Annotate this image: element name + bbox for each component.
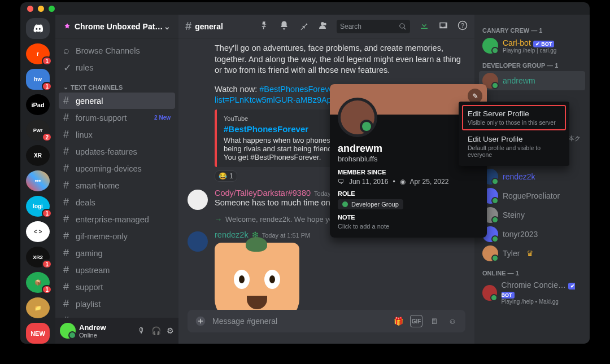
channel-item[interactable]: #upstream <box>59 262 175 278</box>
member-group-label: CANARY CREW — 1 <box>479 20 585 36</box>
channel-item[interactable]: #upcoming-devices <box>59 160 175 177</box>
note-input[interactable]: Click to add a note <box>338 223 479 230</box>
deafen-icon[interactable]: 🎧 <box>151 326 161 335</box>
channel-mention[interactable]: #BestPhonesForever <box>259 85 336 94</box>
message: rendez2k❇Today at 1:51 PM <box>215 230 465 310</box>
section-label: MEMBER SINCE <box>338 169 479 176</box>
member-row[interactable]: andrewm <box>479 71 585 90</box>
avatar <box>482 38 498 54</box>
member-list: CANARY CREW — 1 Carl-bot✔ BOT Playing /h… <box>474 15 590 344</box>
member-row[interactable]: tonyr2023 <box>479 225 585 244</box>
channel-item[interactable]: #support <box>59 279 175 295</box>
pin-icon[interactable] <box>298 20 308 32</box>
close-icon[interactable] <box>27 6 33 12</box>
emoji-picker-icon[interactable]: ☺ <box>446 315 459 327</box>
gift-icon[interactable]: 🎁 <box>392 315 404 327</box>
notification-bell-icon[interactable] <box>279 20 289 32</box>
settings-gear-icon[interactable]: ⚙ <box>167 326 174 335</box>
inbox-download-icon[interactable] <box>419 20 429 32</box>
discord-home[interactable] <box>26 18 50 39</box>
mute-icon[interactable]: 🎙 <box>138 326 146 335</box>
guild-item[interactable]: 📁 <box>26 297 50 318</box>
guild-item[interactable]: < > <box>26 221 50 242</box>
menu-item-edit-user-profile[interactable]: Edit User Profile Default profile and vi… <box>462 130 566 163</box>
server-name: Chrome Unboxed Pat… <box>75 22 163 31</box>
message-body: They'll go on adventures, face problems,… <box>215 43 465 76</box>
avatar[interactable] <box>188 190 208 210</box>
reaction[interactable]: 😂1 <box>215 170 237 182</box>
profile-username: brohsnbluffs <box>338 155 479 163</box>
hash-icon: # <box>63 129 72 141</box>
guild-item[interactable]: logi1 <box>26 196 50 217</box>
server-header[interactable]: Chrome Unboxed Pat… ⌄ <box>55 15 178 38</box>
hash-icon: # <box>63 163 72 174</box>
self-avatar[interactable] <box>60 323 76 339</box>
member-row[interactable]: Chromie Concie…✔ BOT Playing /help • Mak… <box>479 279 585 306</box>
channel-item[interactable]: #smart-home <box>59 177 175 194</box>
attach-icon[interactable] <box>194 315 207 327</box>
channel-item[interactable]: #coffee-and-smoke-and-… <box>59 313 175 318</box>
channel-item[interactable]: #gaming <box>59 245 175 261</box>
threads-icon[interactable] <box>260 20 270 32</box>
members-toggle-icon[interactable] <box>317 20 328 32</box>
maximize-icon[interactable] <box>49 6 55 12</box>
avatar[interactable] <box>188 231 208 252</box>
channel-item[interactable]: #forum-support2 New <box>59 109 175 126</box>
channel-item[interactable]: #linux <box>59 126 175 143</box>
message-author[interactable]: rendez2k <box>215 230 249 239</box>
member-row[interactable]: rendez2k <box>479 167 585 186</box>
channel-item[interactable]: #gif-meme-only <box>59 228 175 244</box>
guild-item[interactable]: XR <box>26 145 50 166</box>
menu-item-edit-server-profile[interactable]: Edit Server Profile Visible only to thos… <box>462 105 566 130</box>
channel-item[interactable]: #general <box>59 93 175 109</box>
hash-icon: # <box>63 213 72 225</box>
discord-icon <box>32 23 44 35</box>
help-icon[interactable]: ? <box>457 20 468 32</box>
member-row[interactable]: RogueProeliator <box>479 186 585 205</box>
role-chip[interactable]: Developer Group <box>338 199 403 209</box>
channel-category[interactable]: ⌄TEXT CHANNELS <box>59 77 175 92</box>
member-row[interactable]: Tyler♛ <box>479 244 585 263</box>
hash-icon: # <box>63 112 72 124</box>
inbox-icon[interactable] <box>438 20 448 32</box>
role-color-dot <box>342 201 348 207</box>
channel-item[interactable]: #playlist <box>59 296 175 312</box>
browse-channels[interactable]: ⌕Browse Channels <box>59 42 175 59</box>
message-timestamp: Today at 1:51 PM <box>262 232 311 239</box>
guild-item[interactable]: iPad <box>26 94 50 115</box>
guild-new[interactable]: NEW <box>26 323 50 344</box>
profile-context-menu: Edit Server Profile Visible only to thos… <box>459 102 569 166</box>
profile-avatar[interactable] <box>338 98 377 137</box>
search-icon <box>399 23 407 30</box>
guild-item[interactable]: XR21 <box>26 247 50 267</box>
guild-item[interactable]: 📦1 <box>26 272 50 293</box>
guild-item[interactable]: hw1 <box>26 69 50 90</box>
sticker[interactable] <box>215 243 299 310</box>
gif-icon[interactable]: GIF <box>410 315 422 327</box>
message-author[interactable]: Cody/TalleyDarkstar#9380 <box>215 188 311 198</box>
guild-item[interactable]: Pwr2 <box>26 120 50 141</box>
member-row[interactable]: Steiny <box>479 205 585 225</box>
channel-item[interactable]: #deals <box>59 194 175 210</box>
message-composer[interactable]: Message #general 🎁 GIF 🗏 ☺ <box>188 310 465 332</box>
self-username: Andrew <box>79 323 106 332</box>
channel-title: general <box>195 22 223 31</box>
sticker-picker-icon[interactable]: 🗏 <box>428 315 441 327</box>
user-bar: Andrew Online 🎙 🎧 ⚙ <box>55 318 178 344</box>
member-row[interactable]: Carl-bot✔ BOT Playing /help | carl.gg <box>479 36 585 55</box>
profile-display-name: andrewm <box>338 143 479 155</box>
guild-item[interactable]: ••• <box>26 170 50 191</box>
channel-item[interactable]: #enterprise-managed <box>59 211 175 227</box>
guild-item[interactable]: r1 <box>26 43 50 64</box>
self-status: Online <box>79 332 106 339</box>
search-box[interactable]: Search <box>337 20 410 33</box>
channel-item[interactable]: #updates-features <box>59 143 175 160</box>
section-label: NOTE <box>338 214 479 221</box>
crown-icon: ♛ <box>526 249 534 258</box>
chevron-down-icon: ⌄ <box>164 22 171 31</box>
minimize-icon[interactable] <box>38 6 44 12</box>
channel-rules[interactable]: ✓rules <box>59 59 175 76</box>
hash-icon: # <box>63 179 72 191</box>
composer-placeholder: Message #general <box>212 317 386 326</box>
svg-text:?: ? <box>461 22 464 29</box>
